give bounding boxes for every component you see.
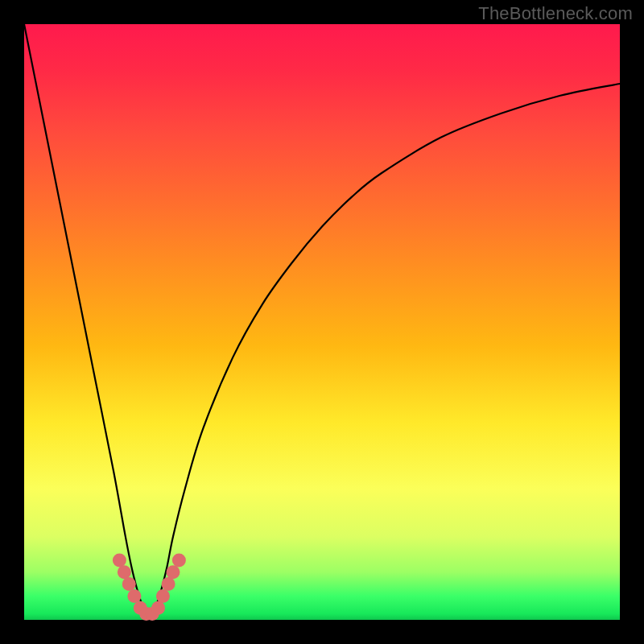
highlight-dot xyxy=(113,554,126,568)
highlight-dots xyxy=(113,554,186,621)
watermark-text: TheBottleneck.com xyxy=(478,3,633,24)
bottleneck-curve xyxy=(24,24,620,620)
highlight-dot xyxy=(118,565,131,579)
highlight-dot xyxy=(156,589,170,603)
highlight-dot xyxy=(127,589,141,603)
highlight-dot xyxy=(162,577,175,591)
plot-area xyxy=(24,24,620,620)
chart-frame: TheBottleneck.com xyxy=(0,0,644,644)
highlight-dot xyxy=(122,577,136,591)
curve-svg xyxy=(24,24,620,620)
highlight-dot xyxy=(151,601,165,615)
highlight-dot xyxy=(172,554,186,568)
highlight-dot xyxy=(167,565,180,579)
